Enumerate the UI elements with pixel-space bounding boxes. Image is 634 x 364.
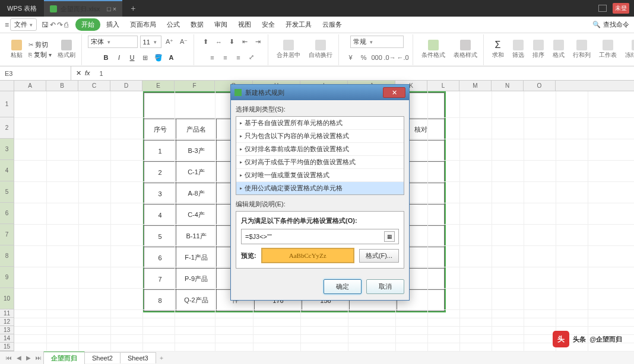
name-box[interactable]: E3 (0, 66, 71, 80)
column-header[interactable]: O (524, 81, 556, 91)
cancel-button[interactable]: 取消 (366, 279, 404, 294)
align-mid-icon[interactable]: ↔ (213, 36, 225, 48)
new-tab-button[interactable]: + (122, 4, 144, 13)
row-header[interactable]: 12 (0, 318, 14, 326)
redo-icon[interactable]: ↷ (57, 21, 63, 29)
row-header[interactable]: 1 (0, 91, 14, 117)
column-header[interactable]: D (110, 81, 142, 91)
row-header[interactable]: 6 (0, 203, 14, 224)
column-header[interactable]: E (142, 81, 175, 91)
column-header[interactable]: M (459, 81, 492, 91)
row-header[interactable]: 5 (0, 181, 14, 203)
menu-start[interactable]: 开始 (75, 18, 100, 31)
login-badge[interactable]: 未登 (613, 3, 629, 14)
align-left-icon[interactable]: ≡ (207, 52, 218, 63)
align-center-icon[interactable]: ≡ (220, 52, 232, 63)
comma-icon[interactable]: 000 (371, 52, 383, 63)
column-header[interactable]: N (492, 81, 524, 91)
tab-nav-next[interactable]: ▶ (24, 355, 33, 361)
file-menu[interactable]: 文件▾ (10, 18, 37, 31)
row-header[interactable]: 13 (0, 326, 14, 334)
format-painter-button[interactable]: 格式刷 (55, 39, 78, 60)
row-header[interactable]: 14 (0, 334, 14, 343)
sheet-tab-3[interactable]: Sheet3 (120, 352, 156, 363)
dec-inc-icon[interactable]: .0→ (384, 52, 396, 63)
undo-icon[interactable]: ↶ (50, 21, 56, 29)
column-header[interactable]: L (427, 81, 459, 91)
row-header[interactable]: 10 (0, 288, 14, 309)
rule-type-option[interactable]: ▸ 仅对高于或低于平均值的数值设置格式 (236, 156, 404, 169)
rule-type-option[interactable]: ▸ 基于各自值设置所有单元格的格式 (236, 117, 404, 130)
format-button[interactable]: 格式(F)... (359, 249, 399, 263)
row-header[interactable]: 3 (0, 139, 14, 160)
fx-icon[interactable]: fx (85, 69, 90, 77)
table-style-button[interactable]: 表格样式 (451, 39, 480, 60)
tab-nav-prev[interactable]: ◀ (14, 355, 24, 361)
add-sheet-button[interactable]: ＋ (156, 354, 167, 362)
window-restore-icon[interactable] (598, 5, 607, 12)
menu-insert[interactable]: 插入 (102, 18, 124, 31)
fx-cancel-icon[interactable]: ✕ (76, 69, 81, 77)
rule-type-list[interactable]: ▸ 基于各自值设置所有单元格的格式▸ 只为包含以下内容的单元格设置格式▸ 仅对排… (236, 116, 404, 195)
italic-button[interactable]: I (113, 52, 125, 63)
tab-nav-last[interactable]: ⏭ (33, 355, 44, 361)
filter-button[interactable]: 筛选 (510, 39, 527, 60)
row-header[interactable]: 9 (0, 267, 14, 288)
sheet-tab-1[interactable]: 企望而归 (43, 351, 85, 364)
underline-button[interactable]: U (126, 52, 138, 63)
increase-font-icon[interactable]: A⁺ (164, 36, 176, 47)
hamburger-icon[interactable]: ≡ (5, 21, 9, 29)
range-selector-button[interactable]: ▦ (384, 231, 395, 242)
rule-type-option[interactable]: ▸ 仅对排名靠前或靠后的数值设置格式 (236, 143, 404, 156)
bold-button[interactable]: B (100, 52, 112, 63)
paste-button[interactable]: 粘贴 (8, 39, 25, 60)
row-header[interactable]: 7 (0, 224, 14, 245)
align-top-icon[interactable]: ⬆ (200, 36, 212, 48)
decrease-font-icon[interactable]: A⁻ (178, 36, 190, 47)
menu-cloud[interactable]: 云服务 (318, 18, 347, 31)
menu-view[interactable]: 视图 (233, 18, 256, 31)
row-header[interactable]: 15 (0, 343, 14, 351)
ok-button[interactable]: 确定 (324, 279, 362, 294)
row-header[interactable]: 11 (0, 309, 14, 318)
menu-layout[interactable]: 页面布局 (125, 18, 161, 31)
column-header[interactable]: B (46, 81, 78, 91)
border-button[interactable]: ⊞ (140, 52, 151, 63)
column-header[interactable]: A (14, 81, 46, 91)
column-header[interactable]: C (78, 81, 110, 91)
orientation-icon[interactable]: ⤢ (246, 52, 258, 63)
sort-button[interactable]: 排序 (530, 39, 547, 60)
row-header[interactable]: 2 (0, 117, 14, 139)
number-format-select[interactable]: 常规▾ (350, 36, 404, 48)
cut-button[interactable]: ✂ 剪切 (28, 40, 52, 49)
freeze-button[interactable]: 冻结窗格 (623, 39, 634, 60)
rule-type-option[interactable]: ▸ 只为包含以下内容的单元格设置格式 (236, 130, 404, 143)
align-right-icon[interactable]: ≡ (233, 52, 245, 63)
merge-button[interactable]: 合并居中 (274, 39, 303, 60)
menu-data[interactable]: 数据 (186, 18, 208, 31)
sum-button[interactable]: Σ求和 (490, 39, 506, 60)
save-icon[interactable]: 🖫 (42, 21, 49, 29)
menu-review[interactable]: 审阅 (210, 18, 232, 31)
align-bot-icon[interactable]: ⬇ (226, 36, 238, 48)
menu-dev[interactable]: 开发工具 (281, 18, 316, 31)
command-search[interactable]: 🔍查找命令 (592, 20, 629, 29)
condition-formula-input[interactable] (245, 233, 382, 240)
sheet-tab-2[interactable]: Sheet2 (84, 352, 121, 363)
menu-formula[interactable]: 公式 (162, 18, 185, 31)
percent-icon[interactable]: % (358, 52, 370, 63)
worksheet-button[interactable]: 工作表 (597, 39, 619, 60)
select-all-corner[interactable] (0, 81, 14, 91)
font-name-select[interactable]: 宋体▾ (88, 36, 138, 48)
wrap-button[interactable]: 自动换行 (306, 39, 335, 60)
dialog-close-button[interactable]: ✕ (383, 87, 405, 98)
cond-format-button[interactable]: 条件格式 (419, 39, 448, 60)
tab-close-icon[interactable]: □ × (107, 5, 116, 12)
font-color-button[interactable]: A (166, 52, 177, 63)
rule-type-option[interactable]: ▸ 使用公式确定要设置格式的单元格 (236, 182, 404, 194)
copy-button[interactable]: ⎘ 复制 ▾ (28, 50, 52, 59)
file-tab[interactable]: 企望而归.xlsx □ × (44, 0, 122, 17)
formula-input[interactable]: 1 (95, 70, 634, 77)
rowcol-button[interactable]: 行和列 (570, 39, 593, 60)
dialog-titlebar[interactable]: 新建格式规则 ✕ (231, 85, 409, 100)
